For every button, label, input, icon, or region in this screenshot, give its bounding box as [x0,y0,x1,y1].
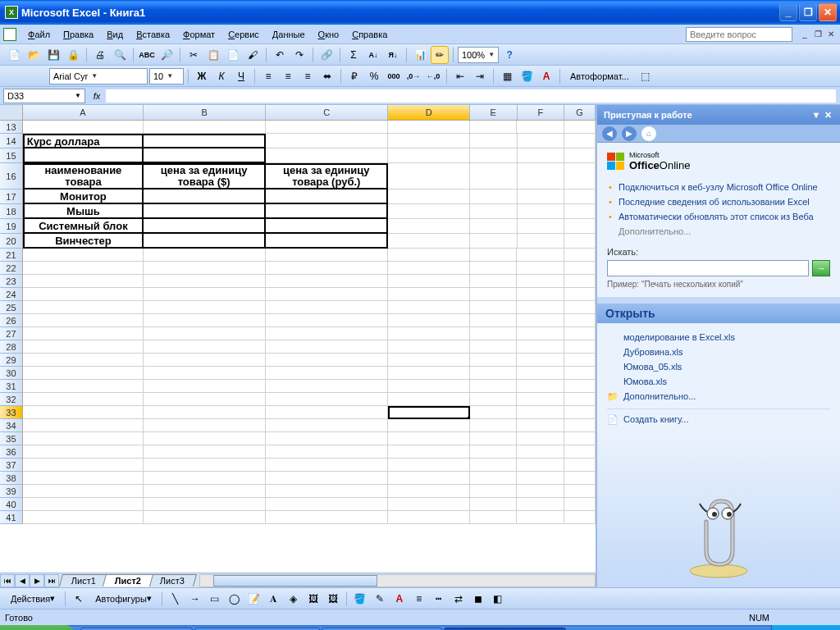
autoshapes-menu[interactable]: Автофигуры ▾ [89,590,158,608]
cell-G30[interactable] [564,367,596,380]
cell-B35[interactable] [144,432,266,445]
align-right-button[interactable]: ≡ [299,67,317,85]
cell-D15[interactable] [388,148,469,163]
cell-C40[interactable] [266,498,388,511]
permission-button[interactable]: 🔒 [64,46,82,64]
cell-F14[interactable] [518,134,565,148]
align-center-button[interactable]: ≡ [279,67,297,85]
row-header-22[interactable]: 22 [0,262,23,275]
cell-A27[interactable] [23,327,144,340]
mdi-restore-button[interactable]: ❐ [812,29,824,40]
font-size-combo[interactable]: 10▼ [149,68,184,84]
cell-G27[interactable] [564,327,596,340]
cell-B22[interactable] [144,262,266,275]
cell-C33[interactable] [266,406,388,419]
cell-F24[interactable] [517,288,564,301]
cell-E30[interactable] [470,367,518,380]
cell-F15[interactable] [518,148,565,163]
rectangle-button[interactable]: ▭ [206,590,224,608]
open-button[interactable]: 📂 [25,46,43,64]
redo-button[interactable]: ↷ [290,46,308,64]
cell-E29[interactable] [470,354,518,367]
row-header-36[interactable]: 36 [0,445,23,459]
cell-F36[interactable] [517,445,564,459]
cell-D41[interactable] [388,511,469,524]
column-header-A[interactable]: A [23,105,144,120]
chart-wizard-button[interactable]: 📊 [411,46,429,64]
cell-B38[interactable] [144,472,266,485]
cell-D22[interactable] [388,262,469,275]
cell-E31[interactable] [470,380,518,393]
sheet-nav-first[interactable]: ⏮ [0,574,15,587]
cell-F18[interactable] [518,204,565,219]
decrease-indent-button[interactable]: ⇤ [451,67,469,85]
fx-button[interactable]: fx [89,91,105,101]
taskpane-more-link[interactable]: Дополнительно... [607,224,830,239]
cell-G13[interactable] [564,121,596,134]
cell-C29[interactable] [266,354,388,367]
increase-indent-button[interactable]: ⇥ [471,67,489,85]
cell-B26[interactable] [144,314,266,327]
start-button[interactable]: пуск [0,625,74,630]
select-objects-button[interactable]: ↖ [70,590,88,608]
cell-G29[interactable] [564,354,596,367]
cell-D29[interactable] [388,354,469,367]
column-header-F[interactable]: F [518,105,565,120]
taskpane-home-button[interactable]: ⌂ [641,126,656,141]
drawing-actions-menu[interactable]: Действия ▾ [5,590,61,608]
window-maximize-button[interactable]: ❐ [799,3,817,21]
cell-B17[interactable] [144,189,266,204]
row-header-33[interactable]: 33 [0,406,23,419]
cell-D30[interactable] [388,367,469,380]
row-header-14[interactable]: 14 [0,134,23,148]
cell-F32[interactable] [517,393,564,406]
cell-D20[interactable] [388,234,469,249]
cell-D16[interactable] [388,163,469,189]
cell-G19[interactable] [564,219,596,234]
cell-E26[interactable] [470,314,518,327]
cell-F20[interactable] [518,234,565,249]
cell-C15[interactable] [266,148,388,163]
cell-D18[interactable] [388,204,469,219]
picture-button[interactable]: 🖼 [324,590,342,608]
dash-style-button[interactable]: ┅ [430,590,448,608]
cell-B23[interactable] [144,275,266,288]
percent-button[interactable]: % [365,67,383,85]
cell-C17[interactable] [266,189,388,204]
cell-E33[interactable] [470,406,518,419]
cell-G23[interactable] [564,275,596,288]
print-preview-button[interactable]: 🔍 [111,46,129,64]
menu-окно[interactable]: Окно [312,28,346,41]
cell-C14[interactable] [266,134,388,148]
cell-G37[interactable] [564,459,596,472]
cell-A30[interactable] [23,367,144,380]
cell-A32[interactable] [23,393,144,406]
row-header-40[interactable]: 40 [0,498,23,511]
cell-C31[interactable] [266,380,388,393]
cell-E41[interactable] [470,511,518,524]
cell-G31[interactable] [564,380,596,393]
font-color-draw-button[interactable]: A [390,590,409,608]
save-button[interactable]: 💾 [44,46,62,64]
cell-G24[interactable] [564,288,596,301]
cell-G16[interactable] [564,163,596,189]
cell-A28[interactable] [23,340,144,354]
column-header-G[interactable]: G [564,105,596,120]
recent-file[interactable]: Юмова.xls [607,374,830,389]
row-header-16[interactable]: 16 [0,163,23,189]
taskpane-search-input[interactable] [607,260,809,276]
taskpane-link[interactable]: Подключиться к веб-узлу Microsoft Office… [607,180,830,194]
cell-D25[interactable] [388,301,469,314]
cell-B30[interactable] [144,367,266,380]
cell-B36[interactable] [144,445,266,459]
cell-E23[interactable] [470,275,518,288]
row-header-20[interactable]: 20 [0,234,23,249]
cell-G22[interactable] [564,262,596,275]
cell-C26[interactable] [266,314,388,327]
format-painter-button[interactable]: 🖌 [244,46,262,64]
cell-D40[interactable] [388,498,469,511]
recent-file[interactable]: моделирование в Excel.xls [607,330,830,345]
taskpane-search-go-button[interactable]: → [812,260,830,276]
row-header-28[interactable]: 28 [0,340,23,354]
cell-A18[interactable]: Мышь [23,204,144,219]
